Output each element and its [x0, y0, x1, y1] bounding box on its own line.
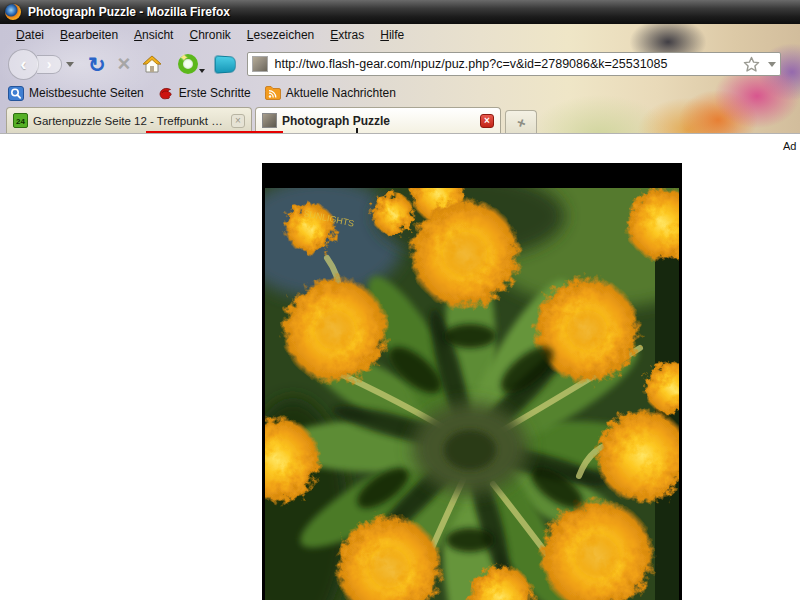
tab-gartenpuzzle[interactable]: 24 Gartenpuzzle Seite 12 - Treffpunkt & …	[6, 107, 252, 133]
bookmark-aktuelle-nachrichten[interactable]: Aktuelle Nachrichten	[265, 86, 396, 100]
window-title: Photograph Puzzle - Mozilla Firefox	[28, 5, 230, 19]
navigation-toolbar: ‹ › ↻ × ✦	[0, 46, 800, 82]
dragon-icon	[158, 86, 174, 100]
addon-green-ring-icon[interactable]: ✦	[178, 54, 198, 74]
forward-button[interactable]: ›	[37, 55, 62, 74]
page-content: Ad	[0, 133, 800, 600]
tab-close-button[interactable]: ×	[480, 114, 494, 128]
home-icon	[142, 55, 162, 73]
new-tab-button[interactable]: +	[505, 110, 537, 133]
tab-label: Gartenpuzzle Seite 12 - Treffpunkt & Sta…	[33, 115, 226, 127]
refresh-button[interactable]: ↻	[88, 54, 106, 75]
bookmark-label: Meistbesuchte Seiten	[29, 86, 144, 100]
url-bar[interactable]	[247, 52, 781, 76]
ad-label: Ad	[783, 140, 796, 152]
puzzle-kaleidoscope-image: SUNLIGHTS	[265, 188, 679, 600]
addon-dropdown-icon[interactable]	[199, 69, 205, 73]
tab-close-button[interactable]: ×	[231, 114, 245, 128]
garten24-favicon: 24	[13, 113, 28, 128]
close-icon: ×	[235, 116, 241, 126]
urlbar-dropdown-icon[interactable]	[768, 62, 776, 67]
most-visited-folder-icon	[8, 86, 24, 101]
browser-chrome: Datei Bearbeiten Ansicht Chronik Lesezei…	[0, 24, 800, 133]
menu-chronik[interactable]: Chronik	[181, 26, 238, 44]
home-button[interactable]	[142, 55, 162, 73]
photo-favicon	[262, 113, 277, 128]
bookmark-meistbesuchte-seiten[interactable]: Meistbesuchte Seiten	[8, 86, 144, 101]
browser-window: Photograph Puzzle - Mozilla Firefox Date…	[0, 0, 800, 600]
bookmark-star-icon[interactable]	[743, 56, 760, 73]
menu-bearbeiten[interactable]: Bearbeiten	[52, 26, 126, 44]
back-icon: ‹	[20, 53, 26, 75]
addon-cyan-icon[interactable]	[215, 55, 236, 74]
bookmarks-toolbar: Meistbesuchte Seiten Erste Schritte	[0, 82, 800, 104]
stop-button[interactable]: ×	[118, 53, 131, 75]
history-dropdown-icon[interactable]	[66, 62, 74, 67]
refresh-icon: ↻	[88, 53, 106, 76]
forward-icon: ›	[47, 56, 52, 72]
stop-icon: ×	[118, 51, 131, 76]
menu-ansicht[interactable]: Ansicht	[126, 26, 181, 44]
menu-hilfe[interactable]: Hilfe	[372, 26, 412, 44]
menu-extras[interactable]: Extras	[322, 26, 372, 44]
menu-bar: Datei Bearbeiten Ansicht Chronik Lesezei…	[0, 24, 800, 46]
sparkle-icon: ✦	[179, 52, 187, 63]
tab-bar: 24 Gartenpuzzle Seite 12 - Treffpunkt & …	[0, 104, 800, 133]
bookmark-label: Erste Schritte	[179, 86, 251, 100]
page-favicon	[252, 56, 268, 72]
new-tab-icon: +	[514, 113, 528, 132]
puzzle-image-frame[interactable]: SUNLIGHTS	[262, 163, 682, 600]
title-bar: Photograph Puzzle - Mozilla Firefox	[0, 0, 800, 24]
back-button[interactable]: ‹	[8, 49, 39, 80]
bookmark-label: Aktuelle Nachrichten	[286, 86, 396, 100]
bookmark-erste-schritte[interactable]: Erste Schritte	[158, 86, 251, 100]
menu-lesezeichen[interactable]: Lesezeichen	[239, 26, 322, 44]
menu-datei[interactable]: Datei	[8, 26, 52, 44]
tab-label: Photograph Puzzle	[282, 114, 475, 128]
firefox-logo-icon	[5, 4, 21, 20]
close-icon: ×	[484, 116, 490, 126]
url-input[interactable]	[274, 57, 743, 71]
rss-feed-icon	[265, 86, 281, 100]
tab-photograph-puzzle-active[interactable]: Photograph Puzzle ×	[255, 107, 501, 133]
